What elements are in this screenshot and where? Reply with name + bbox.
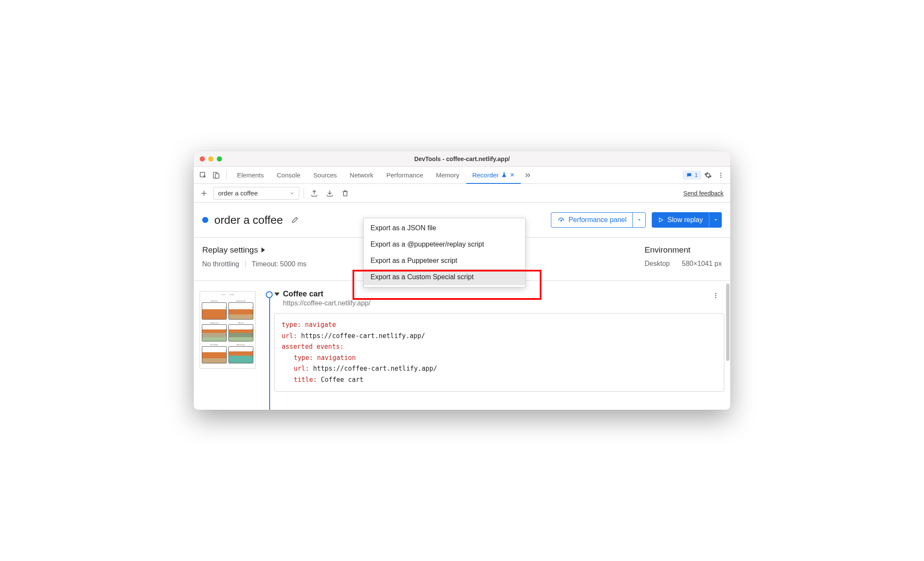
export-custom-special-item[interactable]: Export as a Custom Special script (364, 269, 525, 285)
slow-replay-button[interactable]: Slow replay (652, 212, 722, 228)
tab-performance[interactable]: Performance (380, 167, 429, 184)
close-icon[interactable] (510, 172, 515, 177)
timeout-value: Timeout: 5000 ms (252, 260, 306, 268)
tab-recorder[interactable]: Recorder (466, 167, 521, 184)
devtools-window: DevTools - coffee-cart.netlify.app/ Elem… (194, 151, 730, 410)
step-header[interactable]: Coffee cart (274, 290, 724, 299)
tab-console[interactable]: Console (271, 167, 307, 184)
delete-button[interactable] (339, 187, 351, 199)
steps-area: menucart(0) Espresso Espresso M. Cappucc… (194, 281, 730, 410)
environment-dimensions: 580×1041 px (682, 260, 722, 268)
chevron-down-icon (289, 191, 295, 196)
recording-status-dot (202, 217, 208, 223)
tab-memory[interactable]: Memory (430, 167, 465, 184)
step-node (266, 291, 273, 298)
devtools-tabstrip: Elements Console Sources Network Perform… (194, 167, 730, 184)
gauge-icon (557, 216, 565, 224)
step-url: https://coffee-cart.netlify.app/ (274, 299, 724, 307)
svg-point-4 (720, 174, 722, 176)
flask-icon (501, 172, 507, 178)
export-button[interactable] (308, 187, 320, 199)
kebab-menu-icon[interactable] (715, 169, 727, 181)
window-title: DevTools - coffee-cart.netlify.app/ (194, 155, 730, 162)
export-puppeteer-replay-item[interactable]: Export as a @puppeteer/replay script (364, 236, 525, 253)
step-more-button[interactable] (710, 290, 722, 302)
issues-chip[interactable]: 1 (683, 171, 701, 180)
export-puppeteer-item[interactable]: Export as a Puppeteer script (364, 253, 525, 269)
tab-sources[interactable]: Sources (307, 167, 343, 184)
edit-title-button[interactable] (289, 214, 301, 226)
environment-device: Desktop (644, 260, 670, 268)
titlebar: DevTools - coffee-cart.netlify.app/ (194, 151, 730, 167)
play-icon (658, 217, 664, 223)
svg-point-6 (561, 220, 562, 221)
recording-title: order a coffee (214, 213, 283, 227)
caret-down-icon (713, 217, 718, 223)
tab-label: Performance (386, 171, 423, 179)
step-details: type: navigate url: https://coffee-cart.… (274, 313, 724, 392)
more-tabs-icon[interactable] (522, 169, 534, 181)
add-recording-button[interactable] (198, 187, 210, 199)
button-label: Slow replay (667, 216, 703, 224)
export-json-item[interactable]: Export as a JSON file (364, 220, 525, 236)
tab-label: Memory (436, 171, 459, 179)
button-label: Performance panel (568, 216, 626, 224)
svg-point-9 (715, 297, 717, 298)
throttling-value: No throttling (202, 260, 239, 268)
tab-label: Recorder (472, 171, 499, 179)
tab-label: Sources (313, 171, 337, 179)
inspect-element-icon[interactable] (197, 169, 209, 181)
svg-point-8 (715, 295, 717, 296)
svg-rect-2 (216, 174, 219, 178)
caret-down-icon (637, 217, 642, 223)
caret-down-icon (274, 293, 280, 296)
chat-icon (686, 172, 692, 178)
device-toolbar-icon[interactable] (210, 169, 222, 181)
export-menu: Export as a JSON file Export as a @puppe… (363, 218, 526, 287)
svg-point-7 (715, 293, 717, 294)
tab-label: Elements (237, 171, 264, 179)
step-title: Coffee cart (283, 290, 323, 299)
performance-panel-button[interactable]: Performance panel (551, 212, 646, 228)
svg-point-3 (720, 173, 722, 174)
tab-elements[interactable]: Elements (231, 167, 270, 184)
environment-heading: Environment (644, 245, 722, 255)
recording-select[interactable]: order a coffee (213, 187, 299, 200)
tab-network[interactable]: Network (344, 167, 380, 184)
tab-label: Network (350, 171, 374, 179)
tab-label: Console (277, 171, 301, 179)
send-feedback-link[interactable]: Send feedback (684, 190, 726, 197)
screenshot-thumbnail[interactable]: menucart(0) Espresso Espresso M. Cappucc… (200, 291, 255, 369)
recording-select-label: order a coffee (218, 189, 258, 197)
recorder-toolbar: order a coffee Send feedback (194, 184, 730, 203)
slow-replay-dropdown[interactable] (709, 212, 722, 228)
issues-count: 1 (695, 172, 698, 178)
performance-panel-dropdown[interactable] (632, 213, 645, 227)
import-button[interactable] (324, 187, 336, 199)
settings-icon[interactable] (702, 169, 714, 181)
caret-right-icon (261, 247, 265, 253)
scrollbar[interactable] (726, 284, 729, 361)
svg-point-5 (720, 177, 722, 178)
